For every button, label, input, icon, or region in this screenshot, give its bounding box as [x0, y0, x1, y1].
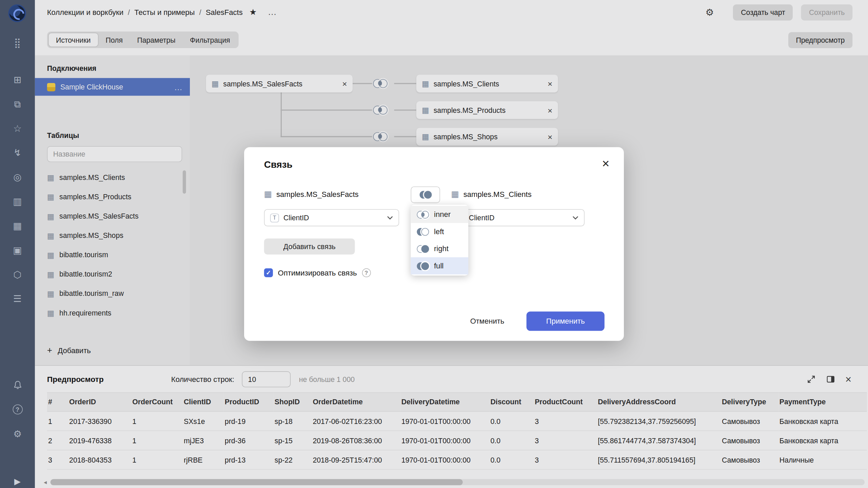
left-field-value: ClientID — [283, 214, 387, 222]
modal-close-icon[interactable]: × — [602, 157, 610, 170]
modal-footer: Отменить Применить — [460, 311, 605, 331]
modal-title: Связь — [264, 159, 293, 170]
chevron-down-icon — [387, 216, 393, 220]
relation-left-table-name: samples.MS_SalesFacts — [276, 190, 359, 198]
datalens-dataset-editor: ⣿ ⊞ ⧉ ☆ ↯ ◎ ▥ ▦ ▣ ⬡ ☰ ? ⚙ ▶ Коллекции и … — [0, 0, 868, 488]
add-relation-button[interactable]: Добавить связь — [264, 239, 355, 255]
join-option-right[interactable]: right — [411, 240, 468, 258]
right-field-select[interactable]: T ClientID — [450, 209, 585, 226]
screen: ⣿ ⊞ ⧉ ☆ ↯ ◎ ▥ ▦ ▣ ⬡ ☰ ? ⚙ ▶ Коллекции и … — [0, 0, 868, 488]
relation-left-table: ▦ samples.MS_SalesFacts — [264, 189, 359, 199]
left-join-icon — [417, 228, 429, 236]
join-option-full[interactable]: full — [411, 257, 468, 274]
optimize-checkbox[interactable]: ✓ — [264, 268, 273, 277]
full-join-icon — [417, 262, 429, 270]
relation-modal: Связь × ▦ samples.MS_SalesFacts ▦ sample… — [244, 147, 624, 341]
join-option-label: full — [434, 262, 443, 270]
chevron-down-icon — [572, 216, 578, 220]
relation-tables-row: ▦ samples.MS_SalesFacts ▦ samples.MS_Cli… — [244, 187, 624, 204]
table-icon: ▦ — [451, 189, 459, 199]
optimize-label: Оптимизировать связь — [278, 269, 357, 277]
join-type-trigger[interactable] — [411, 186, 440, 203]
relation-right-table-name: samples.MS_Clients — [463, 190, 532, 198]
join-option-label: left — [434, 227, 444, 236]
table-icon: ▦ — [264, 189, 272, 199]
optimize-relation-row[interactable]: ✓ Оптимизировать связь ? — [264, 268, 371, 277]
join-option-inner[interactable]: inner — [411, 206, 468, 223]
cancel-button[interactable]: Отменить — [460, 311, 514, 331]
join-option-label: inner — [434, 210, 451, 218]
inner-join-icon — [417, 210, 429, 218]
join-type-dropdown: inner left right full — [411, 205, 468, 276]
left-field-select[interactable]: T ClientID — [264, 209, 399, 226]
right-field-value: ClientID — [469, 214, 572, 222]
join-option-label: right — [434, 245, 449, 253]
relation-right-table: ▦ samples.MS_Clients — [451, 189, 532, 199]
join-type-current-icon — [419, 191, 432, 199]
apply-button[interactable]: Применить — [527, 311, 605, 331]
field-type-icon: T — [270, 213, 279, 222]
optimize-help-icon[interactable]: ? — [362, 268, 371, 277]
right-join-icon — [417, 245, 429, 252]
join-option-left[interactable]: left — [411, 223, 468, 240]
